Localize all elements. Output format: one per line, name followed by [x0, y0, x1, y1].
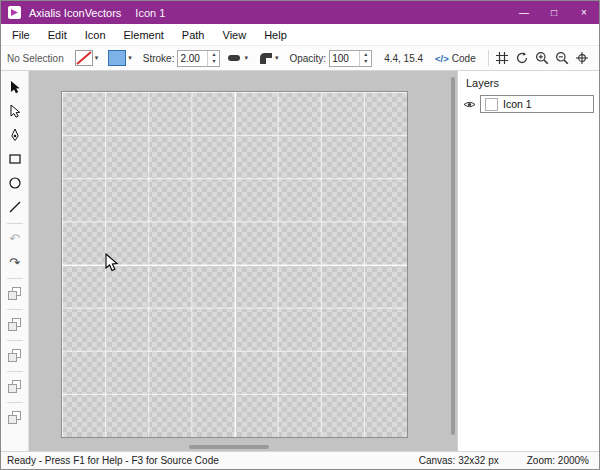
stroke-color-picker[interactable]: ▾ [72, 48, 102, 68]
vertical-scrollbar[interactable] [449, 71, 457, 443]
duplicate-tool-button[interactable] [4, 406, 26, 428]
layer-item[interactable]: Icon 1 [480, 95, 594, 113]
tool-separator [7, 340, 23, 341]
spin-down-icon[interactable]: ▾ [360, 58, 371, 66]
spin-up-icon[interactable]: ▴ [208, 51, 219, 59]
stroke-width-input[interactable] [178, 51, 207, 66]
rectangle-icon [8, 152, 22, 166]
opacity-input[interactable] [330, 51, 359, 66]
stroke-label: Stroke: [143, 53, 175, 64]
direct-select-tool-button[interactable] [4, 100, 26, 122]
line-join-icon [258, 51, 273, 65]
duplicate-tool-button[interactable] [4, 375, 26, 397]
undo-button[interactable]: ↶ [4, 227, 26, 249]
rotate-view-button[interactable] [514, 48, 531, 69]
redo-icon: ↷ [9, 256, 20, 269]
statusbar: Ready - Press F1 for Help - F3 for Sourc… [1, 451, 599, 469]
vertical-scrollbar-thumb[interactable] [451, 77, 455, 435]
line-cap-dropdown[interactable]: ▾ [224, 49, 251, 67]
code-brackets-icon: </> [435, 53, 449, 64]
spin-up-icon[interactable]: ▴ [360, 51, 371, 59]
duplicate-tool-button[interactable] [4, 344, 26, 366]
cursor-coordinates: 4.4, 15.4 [384, 53, 423, 64]
zoom-in-icon [535, 51, 549, 65]
zoom-in-button[interactable] [533, 48, 550, 69]
duplicate-icon [8, 380, 21, 393]
duplicate-icon [8, 349, 21, 362]
stroke-width-spinner[interactable]: ▴ ▾ [177, 50, 220, 67]
toolbar-separator [488, 50, 489, 66]
menu-edit[interactable]: Edit [39, 24, 76, 45]
tool-separator [7, 402, 23, 403]
code-button[interactable]: </> Code [431, 51, 480, 66]
layers-panel-title: Layers [458, 75, 599, 95]
zoom-out-button[interactable] [553, 48, 570, 69]
app-logo-icon [8, 6, 21, 19]
grid-icon [495, 51, 509, 65]
rotate-icon [515, 51, 529, 65]
layers-panel: Layers Icon 1 [457, 71, 599, 451]
line-tool-button[interactable] [4, 196, 26, 218]
line-icon [8, 200, 22, 214]
horizontal-scrollbar-thumb[interactable] [189, 445, 269, 449]
mouse-cursor [105, 253, 123, 273]
tool-separator [7, 223, 23, 224]
minimize-button[interactable]: — [509, 1, 539, 24]
zoom-out-icon [555, 51, 569, 65]
window-controls: — □ × [509, 1, 599, 24]
app-title: Axialis IconVectors [29, 7, 121, 19]
app-window: Axialis IconVectors Icon 1 — □ × File Ed… [0, 0, 600, 470]
opacity-spinner[interactable]: ▴ ▾ [329, 50, 372, 67]
spinner-buttons: ▴ ▾ [359, 51, 371, 66]
pixel-grid-icon [575, 51, 589, 65]
ellipse-tool-button[interactable] [4, 172, 26, 194]
visibility-toggle[interactable] [463, 100, 476, 109]
menu-path[interactable]: Path [173, 24, 214, 45]
maximize-button[interactable]: □ [539, 1, 569, 24]
stroke-none-swatch [75, 50, 93, 66]
pixel-grid-button[interactable] [573, 48, 590, 69]
opacity-label: Opacity: [289, 53, 326, 64]
direct-select-arrow-icon [8, 104, 22, 118]
menu-view[interactable]: View [214, 24, 256, 45]
layer-row[interactable]: Icon 1 [458, 95, 599, 113]
no-stroke-slash-icon [76, 51, 92, 65]
status-message: Ready - Press F1 for Help - F3 for Sourc… [7, 455, 219, 466]
canvas-area[interactable] [29, 71, 457, 451]
pen-tool-button[interactable] [4, 124, 26, 146]
line-cap-icon [227, 51, 242, 65]
tool-separator [7, 278, 23, 279]
duplicate-tool-button[interactable] [4, 313, 26, 335]
pen-icon [8, 128, 22, 142]
spinner-buttons: ▴ ▾ [207, 51, 219, 66]
menubar: File Edit Icon Element Path View Help [1, 24, 599, 45]
document-title: Icon 1 [135, 7, 165, 19]
undo-icon: ↶ [9, 232, 20, 245]
line-join-dropdown[interactable]: ▾ [255, 49, 282, 67]
grid-toggle-button[interactable] [494, 48, 511, 69]
select-arrow-icon [8, 80, 22, 94]
horizontal-scrollbar[interactable] [29, 443, 449, 451]
close-button[interactable]: × [569, 1, 599, 24]
duplicate-icon [8, 318, 21, 331]
spin-down-icon[interactable]: ▾ [208, 58, 219, 66]
toolbar: No Selection ▾ ▾ Stroke: ▴ ▾ [1, 45, 599, 71]
menu-element[interactable]: Element [115, 24, 173, 45]
rectangle-tool-button[interactable] [4, 148, 26, 170]
menu-icon[interactable]: Icon [76, 24, 115, 45]
chevron-down-icon: ▾ [244, 54, 248, 62]
duplicate-icon [8, 287, 21, 300]
fill-color-picker[interactable]: ▾ [105, 48, 135, 68]
duplicate-tool-button[interactable] [4, 282, 26, 304]
tool-separator [7, 309, 23, 310]
chevron-down-icon: ▾ [95, 54, 99, 62]
select-tool-button[interactable] [4, 76, 26, 98]
menu-file[interactable]: File [3, 24, 39, 45]
fill-color-swatch [108, 50, 126, 66]
code-button-label: Code [452, 53, 476, 64]
tool-separator [7, 371, 23, 372]
titlebar: Axialis IconVectors Icon 1 — □ × [1, 1, 599, 24]
menu-help[interactable]: Help [255, 24, 296, 45]
tool-panel: ↶ ↷ [1, 71, 29, 451]
redo-button[interactable]: ↷ [4, 251, 26, 273]
